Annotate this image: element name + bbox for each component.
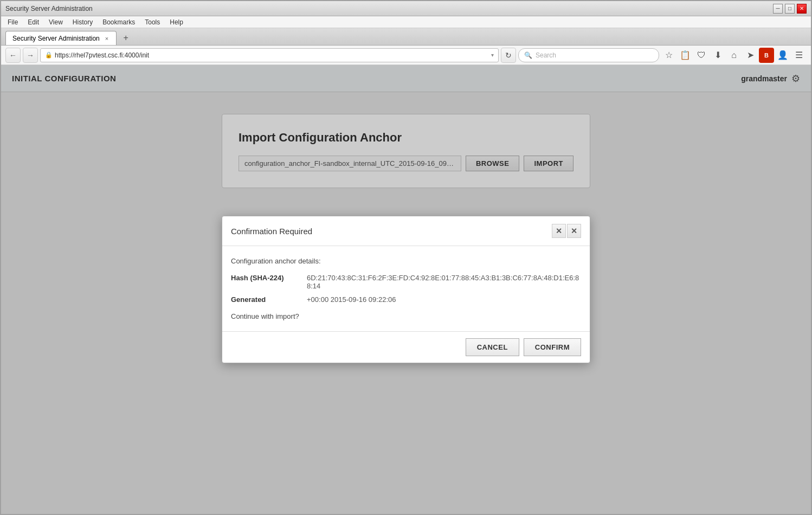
modal-footer: CANCEL CONFIRM [222,331,590,363]
menu-view[interactable]: View [44,17,67,27]
generated-value: +00:00 2015-09-16 09:22:06 [307,295,581,304]
modal-question: Continue with import? [231,312,581,320]
minimize-button[interactable]: ─ [773,4,783,14]
forward-button[interactable]: → [23,48,38,63]
tab-title: Security Server Administration [12,35,100,42]
url-bar[interactable]: 🔒 https://rhel7pvtest.csc.fi:4000/init ▾ [40,48,499,62]
search-bar[interactable]: 🔍 Search [518,48,659,62]
modal-close-button-1[interactable]: ✕ [552,224,566,238]
confirm-button[interactable]: CONFIRM [524,338,581,356]
url-dropdown-icon[interactable]: ▾ [491,52,494,58]
maximize-button[interactable]: □ [785,4,795,14]
browser-title: Security Server Administration [5,5,93,12]
back-icon: ← [9,51,17,60]
shield-button[interactable]: 🛡 [694,48,709,63]
close-button[interactable]: ✕ [797,4,807,14]
modal-section-title: Configuration anchor details: [231,257,581,265]
modal-details: Hash (SHA-224) 6D:21:70:43:8C:31:F6:2F:3… [231,274,581,304]
title-bar: Security Server Administration ─ □ ✕ [1,1,811,16]
menu-bookmarks[interactable]: Bookmarks [98,17,139,27]
menu-bar: File Edit View History Bookmarks Tools H… [1,16,811,28]
home-button[interactable]: ⌂ [726,48,742,63]
modal-header: Confirmation Required ✕ ✕ [222,216,590,246]
browser-frame: Security Server Administration ─ □ ✕ Fil… [0,0,812,515]
modal-close-button-2[interactable]: ✕ [567,224,581,238]
new-tab-button[interactable]: + [119,31,133,45]
nav-icons: ☆ 📋 🛡 ⬇ ⌂ ➤ B 👤 ☰ [661,48,807,63]
search-icon: 🔍 [524,52,532,59]
tab-bar: Security Server Administration × + [1,28,811,46]
reload-button[interactable]: ↻ [501,48,516,63]
cancel-button[interactable]: CANCEL [466,338,519,356]
menu-help[interactable]: Help [165,17,188,27]
modal-body: Configuration anchor details: Hash (SHA-… [222,246,590,331]
download-button[interactable]: ⬇ [710,48,725,63]
star-button[interactable]: ☆ [661,48,676,63]
bookmark-button[interactable]: 📋 [678,48,693,63]
send-button[interactable]: ➤ [743,48,758,63]
url-text: https://rhel7pvtest.csc.fi:4000/init [55,52,489,59]
reload-icon: ↻ [505,51,512,60]
page-content: INITIAL CONFIGURATION grandmaster ⚙ Impo… [1,65,811,514]
modal-header-buttons: ✕ ✕ [552,224,581,238]
avatar-button[interactable]: 👤 [775,48,790,63]
back-button[interactable]: ← [5,48,21,63]
menu-tools[interactable]: Tools [140,17,164,27]
hash-label: Hash (SHA-224) [231,274,301,282]
menu-edit[interactable]: Edit [23,17,43,27]
active-tab[interactable]: Security Server Administration × [5,31,117,45]
hamburger-button[interactable]: ☰ [791,48,807,63]
search-placeholder: Search [536,52,556,59]
hash-value: 6D:21:70:43:8C:31:F6:2F:3E:FD:C4:92:8E:0… [307,274,581,290]
modal-overlay: Confirmation Required ✕ ✕ Configuration … [1,65,811,514]
forward-icon: → [27,51,34,60]
nav-bar: ← → 🔒 https://rhel7pvtest.csc.fi:4000/in… [1,46,811,65]
modal-title: Confirmation Required [231,227,312,236]
tab-close-button[interactable]: × [104,35,109,42]
menu-history[interactable]: History [68,17,97,27]
title-bar-buttons: ─ □ ✕ [773,4,807,14]
generated-label: Generated [231,295,301,304]
menu-file[interactable]: File [3,17,22,27]
confirmation-modal: Confirmation Required ✕ ✕ Configuration … [222,216,590,363]
lock-icon: 🔒 [45,52,53,59]
addon-button[interactable]: B [759,48,774,63]
